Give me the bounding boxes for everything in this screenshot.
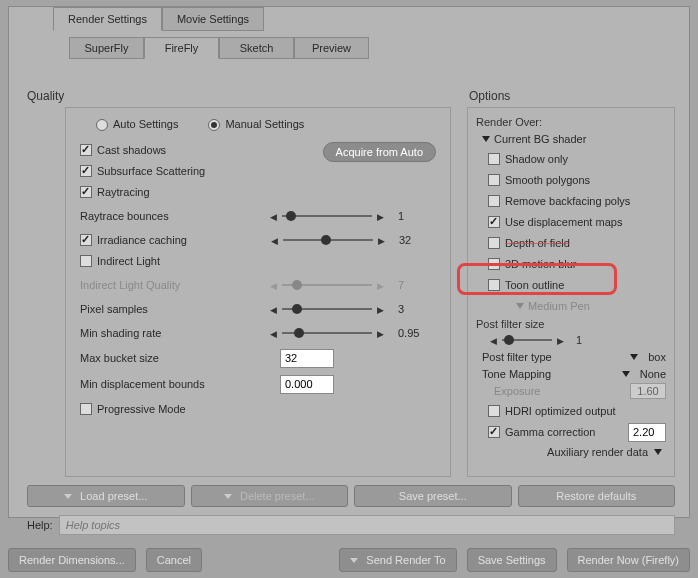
raytrace-bounces-label: Raytrace bounces [80,210,230,222]
progressive-label: Progressive Mode [97,403,186,415]
gamma-label: Gamma correction [505,426,628,438]
tab-sketch[interactable]: Sketch [219,37,294,59]
tab-render-settings[interactable]: Render Settings [53,7,162,31]
radio-manual-settings[interactable]: Manual Settings [208,118,304,131]
acquire-from-auto-button[interactable]: Acquire from Auto [323,142,436,162]
3d-motion-blur-checkbox[interactable] [488,258,500,270]
tab-preview[interactable]: Preview [294,37,369,59]
depth-of-field-checkbox[interactable] [488,237,500,249]
save-preset-button[interactable]: Save preset... [354,485,512,507]
gamma-input[interactable] [628,423,666,442]
gamma-checkbox[interactable] [488,426,500,438]
options-group: Render Over: Current BG shader Shadow on… [467,107,675,477]
subsurface-label: Subsurface Scattering [97,165,205,177]
raytrace-bounces-slider[interactable]: ◀▶ [272,210,382,222]
min-shading-value: 0.95 [398,327,434,339]
restore-defaults-button[interactable]: Restore defaults [518,485,676,507]
settings-panel: Render Settings Movie Settings SuperFly … [8,6,690,518]
remove-backfacing-label: Remove backfacing polys [505,195,630,207]
radio-auto-settings[interactable]: Auto Settings [96,118,178,131]
raytracing-checkbox[interactable] [80,186,92,198]
chevron-down-icon [482,136,490,142]
indirect-light-quality-slider: ◀▶ [272,279,382,291]
dialog-buttons: Render Dimensions... Cancel Send Render … [8,548,690,572]
cancel-button[interactable]: Cancel [146,548,202,572]
pixel-samples-label: Pixel samples [80,303,230,315]
hdri-output-checkbox[interactable] [488,405,500,417]
exposure-label: Exposure [494,385,630,397]
min-shading-slider[interactable]: ◀▶ [272,327,382,339]
max-bucket-label: Max bucket size [80,352,280,364]
send-render-to-button[interactable]: Send Render To [339,548,456,572]
remove-backfacing-checkbox[interactable] [488,195,500,207]
help-topics-input[interactable] [59,515,675,535]
tab-firefly[interactable]: FireFly [144,37,219,59]
depth-of-field-label: Depth of field [505,237,570,249]
help-row: Help: [27,515,675,535]
irradiance-checkbox[interactable] [80,234,92,246]
min-disp-label: Min displacement bounds [80,378,280,390]
quality-heading: Quality [27,89,64,103]
irradiance-value: 32 [399,234,411,246]
post-filter-size-label: Post filter size [476,318,666,330]
indirect-light-checkbox[interactable] [80,255,92,267]
tone-mapping-dropdown[interactable]: Tone Mapping None [482,366,666,382]
chevron-down-icon [622,371,630,377]
toon-outline-checkbox[interactable] [488,279,500,291]
quality-group: Auto Settings Manual Settings Acquire fr… [65,107,451,477]
pixel-samples-slider[interactable]: ◀▶ [272,303,382,315]
toon-outline-label: Toon outline [505,279,564,291]
use-disp-maps-label: Use displacement maps [505,216,622,228]
load-preset-button[interactable]: Load preset... [27,485,185,507]
delete-preset-button[interactable]: Delete preset... [191,485,349,507]
render-now-button[interactable]: Render Now (Firefly) [567,548,690,572]
subsurface-checkbox[interactable] [80,165,92,177]
cast-shadows-checkbox[interactable] [80,144,92,156]
chevron-down-icon [516,303,524,309]
save-settings-button[interactable]: Save Settings [467,548,557,572]
irradiance-label: Irradiance caching [97,234,231,246]
tab-superfly[interactable]: SuperFly [69,37,144,59]
indirect-light-quality-label: Indirect Light Quality [80,279,230,291]
aux-render-data-dropdown[interactable]: Auxiliary render data [482,444,666,460]
3d-motion-blur-label: 3D motion blur [505,258,577,270]
smooth-polygons-checkbox[interactable] [488,174,500,186]
indirect-light-label: Indirect Light [97,255,160,267]
preset-buttons: Load preset... Delete preset... Save pre… [27,485,675,507]
post-filter-type-dropdown[interactable]: Post filter type box [482,349,666,365]
cast-shadows-label: Cast shadows [97,144,166,156]
chevron-down-icon [630,354,638,360]
renderer-tabs: SuperFly FireFly Sketch Preview [69,37,369,59]
chevron-down-icon [350,558,358,563]
max-bucket-input[interactable] [280,349,334,368]
main-tabs: Render Settings Movie Settings [53,7,264,31]
help-label: Help: [27,519,53,531]
raytrace-bounces-value: 1 [398,210,434,222]
hdri-output-label: HDRI optimized output [505,405,616,417]
irradiance-slider[interactable]: ◀▶ [273,234,383,246]
render-over-heading: Render Over: [476,116,666,128]
progressive-checkbox[interactable] [80,403,92,415]
options-heading: Options [469,89,510,103]
toon-pen-dropdown: Medium Pen [516,297,666,314]
indirect-light-quality-value: 7 [398,279,434,291]
chevron-down-icon [224,494,232,499]
exposure-value: 1.60 [630,383,666,399]
chevron-down-icon [654,449,662,455]
tab-movie-settings[interactable]: Movie Settings [162,7,264,31]
render-dimensions-button[interactable]: Render Dimensions... [8,548,136,572]
shadow-only-checkbox[interactable] [488,153,500,165]
chevron-down-icon [64,494,72,499]
smooth-polygons-label: Smooth polygons [505,174,590,186]
min-disp-input[interactable] [280,375,334,394]
post-filter-size-slider[interactable]: ◀▶ [492,334,562,346]
render-over-dropdown[interactable]: Current BG shader [482,130,666,147]
raytracing-label: Raytracing [97,186,150,198]
pixel-samples-value: 3 [398,303,434,315]
min-shading-label: Min shading rate [80,327,230,339]
post-filter-size-value: 1 [576,334,582,346]
use-disp-maps-checkbox[interactable] [488,216,500,228]
shadow-only-label: Shadow only [505,153,568,165]
